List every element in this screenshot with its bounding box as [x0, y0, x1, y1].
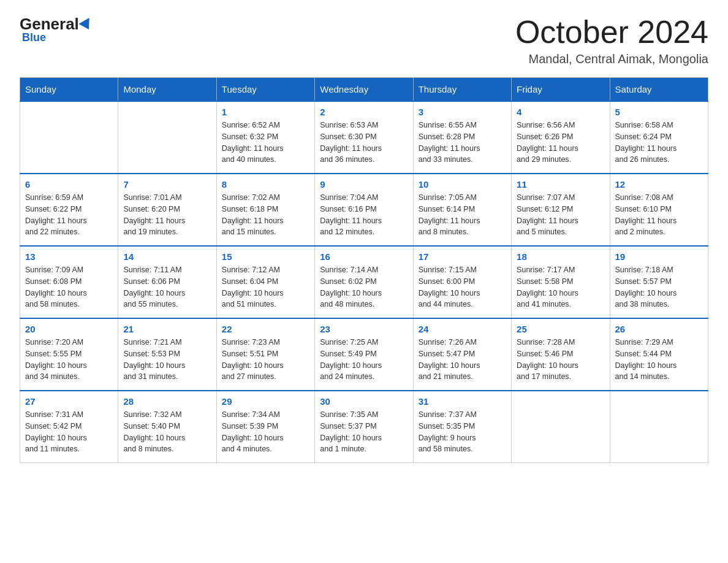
calendar-cell: 20Sunrise: 7:20 AM Sunset: 5:55 PM Dayli…: [20, 318, 118, 391]
month-title: October 2024: [515, 15, 708, 50]
week-row-2: 6Sunrise: 6:59 AM Sunset: 6:22 PM Daylig…: [20, 174, 708, 246]
calendar-cell: 7Sunrise: 7:01 AM Sunset: 6:20 PM Daylig…: [118, 174, 216, 246]
day-number: 1: [222, 107, 309, 117]
calendar-cell: 9Sunrise: 7:04 AM Sunset: 6:16 PM Daylig…: [315, 174, 413, 246]
day-info: Sunrise: 7:04 AM Sunset: 6:16 PM Dayligh…: [320, 192, 408, 238]
col-saturday: Saturday: [610, 78, 708, 102]
day-info: Sunrise: 7:26 AM Sunset: 5:47 PM Dayligh…: [419, 337, 506, 383]
calendar-cell: [610, 391, 708, 463]
calendar-cell: 24Sunrise: 7:26 AM Sunset: 5:47 PM Dayli…: [413, 318, 511, 391]
day-info: Sunrise: 7:35 AM Sunset: 5:37 PM Dayligh…: [320, 409, 408, 455]
calendar-cell: 16Sunrise: 7:14 AM Sunset: 6:02 PM Dayli…: [315, 246, 413, 318]
day-info: Sunrise: 6:59 AM Sunset: 6:22 PM Dayligh…: [25, 192, 113, 238]
day-number: 30: [320, 396, 408, 407]
calendar-cell: 6Sunrise: 6:59 AM Sunset: 6:22 PM Daylig…: [20, 174, 118, 246]
day-info: Sunrise: 7:18 AM Sunset: 5:57 PM Dayligh…: [615, 264, 703, 310]
calendar-cell: 1Sunrise: 6:52 AM Sunset: 6:32 PM Daylig…: [216, 101, 314, 174]
calendar-header-row: Sunday Monday Tuesday Wednesday Thursday…: [20, 78, 708, 102]
day-info: Sunrise: 6:53 AM Sunset: 6:30 PM Dayligh…: [320, 120, 408, 166]
day-number: 22: [222, 324, 309, 334]
day-info: Sunrise: 7:15 AM Sunset: 6:00 PM Dayligh…: [419, 264, 506, 310]
day-info: Sunrise: 7:05 AM Sunset: 6:14 PM Dayligh…: [419, 192, 506, 238]
day-info: Sunrise: 7:28 AM Sunset: 5:46 PM Dayligh…: [517, 337, 604, 383]
day-number: 23: [320, 324, 408, 334]
day-info: Sunrise: 6:52 AM Sunset: 6:32 PM Dayligh…: [222, 120, 309, 166]
day-info: Sunrise: 7:14 AM Sunset: 6:02 PM Dayligh…: [320, 264, 408, 310]
calendar-cell: 30Sunrise: 7:35 AM Sunset: 5:37 PM Dayli…: [315, 391, 413, 463]
day-info: Sunrise: 7:20 AM Sunset: 5:55 PM Dayligh…: [25, 337, 113, 383]
calendar-cell: 25Sunrise: 7:28 AM Sunset: 5:46 PM Dayli…: [512, 318, 610, 391]
col-sunday: Sunday: [20, 78, 118, 102]
day-number: 24: [419, 324, 506, 334]
day-number: 15: [222, 251, 309, 262]
day-number: 2: [320, 107, 408, 117]
day-number: 6: [25, 179, 113, 190]
col-monday: Monday: [118, 78, 216, 102]
day-number: 10: [419, 179, 506, 190]
day-info: Sunrise: 7:11 AM Sunset: 6:06 PM Dayligh…: [123, 264, 211, 310]
day-number: 7: [123, 179, 211, 190]
calendar-cell: 3Sunrise: 6:55 AM Sunset: 6:28 PM Daylig…: [413, 101, 511, 174]
calendar-cell: 29Sunrise: 7:34 AM Sunset: 5:39 PM Dayli…: [216, 391, 314, 463]
day-info: Sunrise: 7:31 AM Sunset: 5:42 PM Dayligh…: [25, 409, 113, 455]
calendar-cell: 22Sunrise: 7:23 AM Sunset: 5:51 PM Dayli…: [216, 318, 314, 391]
day-info: Sunrise: 6:58 AM Sunset: 6:24 PM Dayligh…: [615, 120, 703, 166]
location-title: Mandal, Central Aimak, Mongolia: [515, 52, 708, 66]
calendar-cell: 26Sunrise: 7:29 AM Sunset: 5:44 PM Dayli…: [610, 318, 708, 391]
day-number: 25: [517, 324, 604, 334]
day-number: 5: [615, 107, 703, 117]
calendar-cell: 12Sunrise: 7:08 AM Sunset: 6:10 PM Dayli…: [610, 174, 708, 246]
day-number: 12: [615, 179, 703, 190]
day-number: 3: [419, 107, 506, 117]
week-row-1: 1Sunrise: 6:52 AM Sunset: 6:32 PM Daylig…: [20, 101, 708, 174]
logo-arrow-icon: [78, 18, 94, 33]
day-info: Sunrise: 7:12 AM Sunset: 6:04 PM Dayligh…: [222, 264, 309, 310]
day-info: Sunrise: 7:17 AM Sunset: 5:58 PM Dayligh…: [517, 264, 604, 310]
day-info: Sunrise: 6:55 AM Sunset: 6:28 PM Dayligh…: [419, 120, 506, 166]
day-info: Sunrise: 7:21 AM Sunset: 5:53 PM Dayligh…: [123, 337, 211, 383]
calendar-table: Sunday Monday Tuesday Wednesday Thursday…: [20, 77, 708, 463]
col-tuesday: Tuesday: [216, 78, 314, 102]
day-info: Sunrise: 7:09 AM Sunset: 6:08 PM Dayligh…: [25, 264, 113, 310]
day-info: Sunrise: 6:56 AM Sunset: 6:26 PM Dayligh…: [517, 120, 604, 166]
day-number: 14: [123, 251, 211, 262]
day-info: Sunrise: 7:32 AM Sunset: 5:40 PM Dayligh…: [123, 409, 211, 455]
calendar-cell: 5Sunrise: 6:58 AM Sunset: 6:24 PM Daylig…: [610, 101, 708, 174]
col-thursday: Thursday: [413, 78, 511, 102]
day-number: 11: [517, 179, 604, 190]
day-number: 28: [123, 396, 211, 407]
week-row-3: 13Sunrise: 7:09 AM Sunset: 6:08 PM Dayli…: [20, 246, 708, 318]
calendar-cell: 28Sunrise: 7:32 AM Sunset: 5:40 PM Dayli…: [118, 391, 216, 463]
calendar-cell: 19Sunrise: 7:18 AM Sunset: 5:57 PM Dayli…: [610, 246, 708, 318]
week-row-5: 27Sunrise: 7:31 AM Sunset: 5:42 PM Dayli…: [20, 391, 708, 463]
calendar-cell: 10Sunrise: 7:05 AM Sunset: 6:14 PM Dayli…: [413, 174, 511, 246]
title-area: October 2024 Mandal, Central Aimak, Mong…: [515, 15, 708, 66]
day-info: Sunrise: 7:07 AM Sunset: 6:12 PM Dayligh…: [517, 192, 604, 238]
day-number: 18: [517, 251, 604, 262]
day-info: Sunrise: 7:01 AM Sunset: 6:20 PM Dayligh…: [123, 192, 211, 238]
day-info: Sunrise: 7:02 AM Sunset: 6:18 PM Dayligh…: [222, 192, 309, 238]
day-info: Sunrise: 7:25 AM Sunset: 5:49 PM Dayligh…: [320, 337, 408, 383]
day-info: Sunrise: 7:34 AM Sunset: 5:39 PM Dayligh…: [222, 409, 309, 455]
calendar-cell: 23Sunrise: 7:25 AM Sunset: 5:49 PM Dayli…: [315, 318, 413, 391]
calendar-cell: 8Sunrise: 7:02 AM Sunset: 6:18 PM Daylig…: [216, 174, 314, 246]
day-number: 20: [25, 324, 113, 334]
day-number: 31: [419, 396, 506, 407]
day-number: 21: [123, 324, 211, 334]
col-friday: Friday: [512, 78, 610, 102]
day-number: 8: [222, 179, 309, 190]
day-number: 26: [615, 324, 703, 334]
calendar-cell: 2Sunrise: 6:53 AM Sunset: 6:30 PM Daylig…: [315, 101, 413, 174]
calendar-cell: 18Sunrise: 7:17 AM Sunset: 5:58 PM Dayli…: [512, 246, 610, 318]
day-number: 4: [517, 107, 604, 117]
day-number: 29: [222, 396, 309, 407]
week-row-4: 20Sunrise: 7:20 AM Sunset: 5:55 PM Dayli…: [20, 318, 708, 391]
calendar-cell: [118, 101, 216, 174]
day-info: Sunrise: 7:37 AM Sunset: 5:35 PM Dayligh…: [419, 409, 506, 455]
calendar-cell: 15Sunrise: 7:12 AM Sunset: 6:04 PM Dayli…: [216, 246, 314, 318]
page-header: General Blue October 2024 Mandal, Centra…: [20, 15, 708, 66]
col-wednesday: Wednesday: [315, 78, 413, 102]
logo-blue-text: Blue: [22, 31, 46, 44]
day-number: 16: [320, 251, 408, 262]
day-number: 13: [25, 251, 113, 262]
